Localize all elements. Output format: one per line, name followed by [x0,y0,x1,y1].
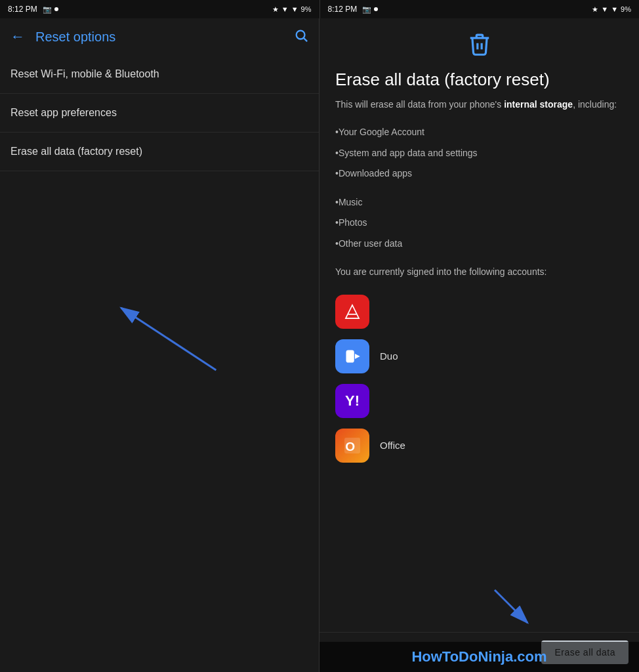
account-item-yahoo: Y! [335,379,623,423]
right-bluetooth-icon: ★ [592,5,598,14]
subtitle-bold: internal storage [504,99,573,110]
adobe-svg [343,303,361,321]
duo-icon [335,339,369,373]
search-button[interactable] [294,28,308,46]
bullet-list: •Your Google Account •System and app dat… [335,122,623,255]
adobe-icon [335,295,369,329]
bullet-item-music: •Music [335,192,623,213]
left-time: 8:12 PM [8,5,37,14]
erase-title: Erase all data (factory reset) [335,70,623,90]
svg-line-1 [304,38,307,41]
menu-item-factory-reset[interactable]: Erase all data (factory reset) [0,133,319,171]
account-item-duo: Duo [335,334,623,379]
left-panel: ← Reset options Reset Wi-Fi, mobile & Bl… [0,18,320,672]
toolbar: ← Reset options [0,18,319,55]
right-time: 8:12 PM [328,5,358,14]
bluetooth-icon: ★ [272,5,279,14]
svg-marker-4 [346,304,359,318]
right-dot [374,7,378,11]
subtitle-suffix: , including: [573,99,617,110]
svg-text:O: O [345,439,355,453]
right-status: 8:12 PM 📷 ★ ▼ ▼ 9% [320,0,640,18]
duo-label: Duo [380,350,398,362]
bullet-item-photos: •Photos [335,213,623,234]
svg-rect-6 [346,350,354,362]
account-item-adobe [335,289,623,334]
left-dot [54,7,58,11]
erase-subtitle: This will erase all data from your phone… [335,98,623,112]
svg-point-0 [297,30,305,39]
bullet-divider [335,184,623,192]
left-panel-body: Reset Wi-Fi, mobile & Bluetooth Reset ap… [0,55,319,672]
signal-icon: ▼ [291,5,299,13]
right-battery-label: 9% [621,5,631,13]
office-label: Office [380,440,405,451]
page-title: Reset options [35,30,294,45]
menu-item-wifi[interactable]: Reset Wi-Fi, mobile & Bluetooth [0,55,319,94]
content-area: ← Reset options Reset Wi-Fi, mobile & Bl… [0,18,639,672]
office-svg: O [342,436,362,455]
account-item-office: O Office [335,423,623,468]
trash-icon-wrap [335,32,623,62]
watermark: HowToDoNinja.com [320,642,639,672]
status-bar: 8:12 PM 📷 ★ ▼ ▼ 9% 8:12 PM 📷 ★ ▼ ▼ 9% [0,0,639,18]
right-icons: ★ ▼ ▼ 9% [592,5,631,14]
menu-item-app-prefs[interactable]: Reset app preferences [0,94,319,133]
wifi-icon: ▼ [281,5,289,13]
bullet-item-google: •Your Google Account [335,122,623,143]
battery-label: 9% [301,5,312,13]
yahoo-icon: Y! [335,384,369,418]
right-wifi-icon: ▼ [601,5,608,13]
right-content: Erase all data (factory reset) This will… [320,18,639,632]
bullet-item-apps: •Downloaded apps [335,163,623,184]
back-button[interactable]: ← [10,28,25,45]
trash-icon [467,32,492,59]
bullet-item-system: •System and app data and settings [335,143,623,164]
accounts-section: You are currently signed into the follow… [335,265,623,468]
subtitle-normal: This will erase all data from your phone… [335,99,504,110]
right-camera-icon: 📷 [362,5,371,14]
office-icon: O [335,429,369,463]
left-status: 8:12 PM 📷 ★ ▼ ▼ 9% [0,0,320,18]
accounts-label: You are currently signed into the follow… [335,265,623,279]
yahoo-text: Y! [345,392,360,410]
bullet-item-userdata: •Other user data [335,234,623,255]
duo-svg [343,347,361,366]
right-signal-icon: ▼ [611,5,618,13]
left-icons: ★ ▼ ▼ 9% [272,5,312,14]
right-panel: Erase all data (factory reset) This will… [320,18,639,672]
svg-line-3 [121,308,216,370]
svg-marker-7 [355,354,360,359]
left-camera-icon: 📷 [43,5,52,14]
